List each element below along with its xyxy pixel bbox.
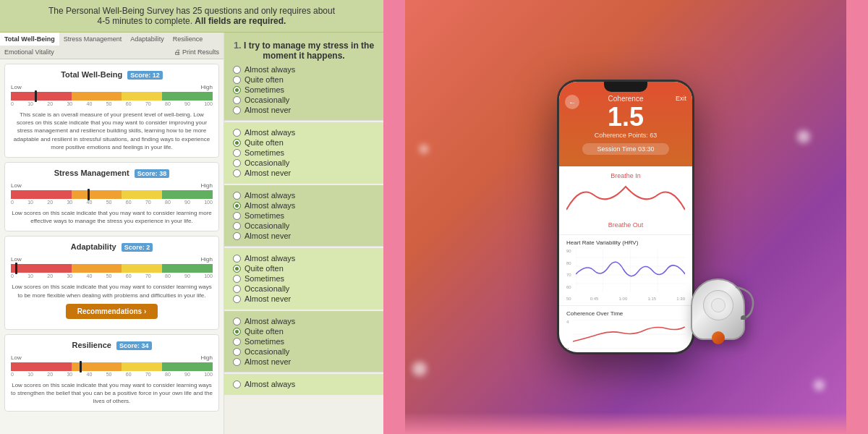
hrv-line-chart <box>576 249 685 292</box>
phone-notch <box>604 82 647 92</box>
radio-option-occasionally-3[interactable]: Occasionally <box>233 221 375 230</box>
radio-option-quite-often-4[interactable]: Quite often <box>233 264 375 273</box>
score-badge-adaptability: Score: 2 <box>122 243 153 252</box>
app-back-button[interactable]: ← <box>565 95 579 109</box>
radio-option-almost-never-5[interactable]: Almost never <box>233 357 375 366</box>
session-time-bar: Session Time 03:30 <box>582 143 669 155</box>
print-icon: 🖨 <box>174 48 181 56</box>
radio-option-almost-never-3[interactable]: Almost never <box>233 231 375 240</box>
radio-option-sometimes-2[interactable]: Sometimes <box>233 148 375 157</box>
radio-option-quite-often-2[interactable]: Quite often <box>233 138 375 147</box>
phone-wrapper: ← Exit Coherence 1.5 Coherence Points: 6… <box>557 80 694 354</box>
scale-desc-adaptability: Low scores on this scale indicate that y… <box>11 283 213 299</box>
tabs-row: Total Well-Being Stress Management Adapt… <box>0 33 224 59</box>
scale-title-total-wellbeing: Total Well-Being Score: 12 <box>11 70 213 80</box>
radio-option-sometimes-3[interactable]: Sometimes <box>233 211 375 220</box>
radio-options-3: Almost always Almost always Sometimes Oc… <box>233 191 375 240</box>
radio-options-5: Almost always Quite often Sometimes Occa… <box>233 317 375 366</box>
tab-stress-management[interactable]: Stress Management <box>59 33 127 46</box>
device-orange-accent <box>712 331 725 344</box>
radio-option-occasionally-2[interactable]: Occasionally <box>233 158 375 167</box>
breathe-chart <box>566 181 685 217</box>
radio-options-6: Almost always <box>233 380 375 388</box>
breathe-in-label: Breathe In <box>566 172 685 179</box>
cot-svg-wrap <box>573 320 685 352</box>
score-badge-stress-management: Score: 38 <box>135 169 170 178</box>
phone: ← Exit Coherence 1.5 Coherence Points: 6… <box>557 80 694 354</box>
device-body <box>691 278 745 340</box>
recommendations-button[interactable]: Recommendations › <box>66 304 158 319</box>
cot-line-chart <box>573 320 685 349</box>
radio-option-almost-always-5[interactable]: Almost always <box>233 317 375 326</box>
scale-card-resilience: Resilience Score: 34 Low High <box>4 334 219 412</box>
radio-option-occasionally-1[interactable]: Occasionally <box>233 95 375 104</box>
app-coherence-value: 1.5 <box>566 104 685 130</box>
tab-total-wellbeing[interactable]: Total Well-Being <box>0 33 59 46</box>
hrv-svg-wrap: 0:45 1:00 1:15 1:30 <box>576 249 685 301</box>
back-icon: ← <box>569 98 576 106</box>
scale-desc-total-wellbeing: This scale is an overall measure of your… <box>11 111 213 151</box>
radio-option-almost-always-3[interactable]: Almost always <box>233 191 375 200</box>
survey-content: Total Well-Being Stress Management Adapt… <box>0 33 383 434</box>
scale-desc-stress-management: Low scores on this scale indicate that y… <box>11 209 213 225</box>
device-cable-svg <box>733 284 758 320</box>
radio-option-almost-never-2[interactable]: Almost never <box>233 169 375 177</box>
bar-label-low: Low <box>11 84 22 90</box>
question-block-4: Almost always Quite often Sometimes Occa… <box>224 248 383 310</box>
radio-option-sometimes-1[interactable]: Sometimes <box>233 85 375 94</box>
radio-circle[interactable] <box>233 96 241 104</box>
question-block-2: Almost always Quite often Sometimes Occa… <box>224 122 383 184</box>
radio-option-almost-always-2[interactable]: Almost always <box>233 128 375 137</box>
bar-track-total-wellbeing <box>11 92 213 101</box>
hrv-section: Heart Rate Variability (HRV) 90 80 70 60… <box>559 235 692 306</box>
bar-container-resilience: Low High 0102030405060708090100 <box>11 354 213 377</box>
radio-option-sometimes-5[interactable]: Sometimes <box>233 337 375 346</box>
radio-option-almost-never-4[interactable]: Almost never <box>233 294 375 303</box>
hrv-x-labels: 0:45 1:00 1:15 1:30 <box>576 297 685 301</box>
app-header: ← Exit Coherence 1.5 Coherence Points: 6… <box>559 82 692 166</box>
tab-resilience[interactable]: Resilience <box>169 33 208 46</box>
breathe-out-label: Breathe Out <box>566 221 685 229</box>
radio-option-almost-always-1[interactable]: Almost always <box>233 65 375 74</box>
pink-bg-left <box>383 0 405 434</box>
scale-card-adaptability: Adaptability Score: 2 Low High <box>4 236 219 329</box>
radio-circle[interactable] <box>233 106 241 114</box>
wearable-device <box>691 278 745 340</box>
radio-circle[interactable] <box>233 76 241 84</box>
radio-option-almost-never-1[interactable]: Almost never <box>233 106 375 114</box>
tab-adaptability[interactable]: Adaptability <box>126 33 169 46</box>
cot-section: Coherence Over Time 4 2 <box>559 306 692 352</box>
orb-4 <box>797 130 810 143</box>
print-results-button[interactable]: 🖨 Print Results <box>170 46 224 59</box>
svg-point-12 <box>741 315 746 320</box>
radio-option-almost-always-4[interactable]: Almost always <box>233 254 375 263</box>
radio-option-quite-often-3[interactable]: Almost always <box>233 201 375 210</box>
header-line1: The Personal Well-Being Survey has 25 qu… <box>48 6 335 16</box>
question-block-1: 1. I try to manage my stress in the mome… <box>224 33 383 121</box>
questions-panel[interactable]: 1. I try to manage my stress in the mome… <box>224 33 383 434</box>
bar-container-adaptability: Low High 0102030405060708090100 <box>11 256 213 278</box>
score-badge-total-wellbeing: Score: 12 <box>127 71 163 80</box>
radio-option-occasionally-5[interactable]: Occasionally <box>233 347 375 356</box>
scale-desc-resilience: Low scores on this scale indicate that y… <box>11 381 213 406</box>
results-panel[interactable]: Total Well-Being Stress Management Adapt… <box>0 33 224 434</box>
device-screen <box>703 290 733 320</box>
orb-2 <box>814 380 825 391</box>
header-bold: All fields are required. <box>195 16 286 26</box>
bar-container-total-wellbeing: Low High 0102030405060708090100 <box>11 84 213 106</box>
tab-emotional-vitality[interactable]: Emotional Vitality <box>0 46 59 59</box>
device-inner-circle <box>711 298 726 312</box>
radio-option-almost-always-6[interactable]: Almost always <box>233 380 375 388</box>
cot-title: Coherence Over Time <box>566 310 685 317</box>
pink-bg-bottom <box>383 412 868 434</box>
radio-option-occasionally-4[interactable]: Occasionally <box>233 284 375 293</box>
radio-option-quite-often-1[interactable]: Quite often <box>233 75 375 84</box>
survey-header: The Personal Well-Being Survey has 25 qu… <box>0 0 383 33</box>
radio-option-sometimes-4[interactable]: Sometimes <box>233 274 375 283</box>
radio-circle[interactable] <box>233 66 241 74</box>
question-block-5: Almost always Quite often Sometimes Occa… <box>224 311 383 373</box>
question-text-1: 1. I try to manage my stress in the mome… <box>233 40 375 61</box>
radio-circle-selected[interactable] <box>233 86 241 94</box>
radio-option-quite-often-5[interactable]: Quite often <box>233 327 375 336</box>
app-exit-button[interactable]: Exit <box>676 95 686 102</box>
